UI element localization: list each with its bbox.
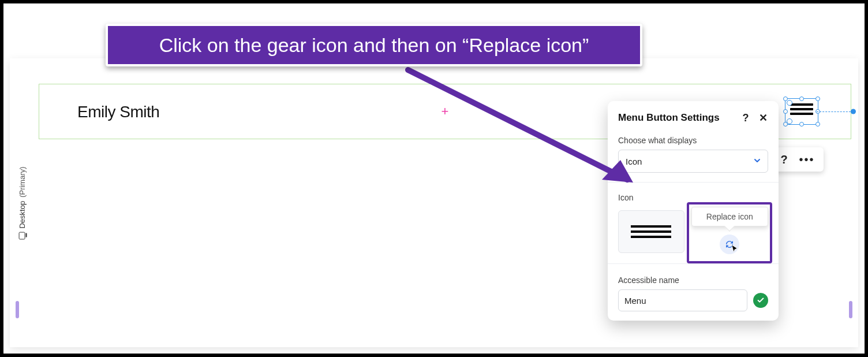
panel-help-icon[interactable]: ? bbox=[739, 112, 752, 124]
viewport-device-label: Desktop bbox=[18, 200, 27, 228]
element-actions-toolbar: ? ••• bbox=[772, 147, 824, 172]
cursor-icon bbox=[730, 244, 740, 254]
add-element-plus-icon[interactable]: + bbox=[442, 104, 449, 119]
replace-icon-button[interactable] bbox=[720, 235, 739, 254]
current-icon-preview[interactable] bbox=[618, 210, 684, 253]
instruction-callout: Click on the gear icon and then on “Repl… bbox=[106, 24, 642, 66]
icon-section-label: Icon bbox=[618, 193, 768, 202]
replace-icon-tooltip: Replace icon bbox=[691, 207, 768, 226]
replace-icon-tooltip-text: Replace icon bbox=[706, 212, 753, 221]
instruction-callout-text: Click on the gear icon and then on “Repl… bbox=[159, 34, 589, 57]
toolbar-help-icon[interactable]: ? bbox=[780, 153, 787, 166]
viewport-mode-label: (Primary) bbox=[18, 166, 27, 197]
choose-display-label: Choose what displays bbox=[618, 136, 768, 145]
viewport-sidebar[interactable]: Desktop (Primary) bbox=[10, 58, 34, 347]
validation-ok-badge bbox=[753, 293, 768, 308]
site-title-text[interactable]: Emily Smith bbox=[77, 103, 159, 121]
panel-close-icon[interactable]: ✕ bbox=[757, 111, 769, 124]
check-icon bbox=[757, 296, 765, 304]
accessible-name-label: Accessible name bbox=[618, 276, 768, 285]
editor-canvas: Desktop (Primary) Emily Smith + ? ••• bbox=[10, 58, 858, 347]
panel-title: Menu Button Settings bbox=[618, 112, 735, 124]
menu-button-settings-panel: Menu Button Settings ? ✕ Choose what dis… bbox=[608, 101, 779, 321]
app-frame: Click on the gear icon and then on “Repl… bbox=[3, 3, 865, 354]
toolbar-more-icon[interactable]: ••• bbox=[799, 153, 815, 166]
selected-menu-button-element[interactable] bbox=[787, 100, 817, 123]
canvas-left-handle[interactable] bbox=[16, 301, 19, 318]
canvas-right-handle[interactable] bbox=[849, 301, 852, 318]
hamburger-menu-icon bbox=[631, 222, 671, 241]
desktop-icon bbox=[19, 232, 25, 239]
accessible-name-input[interactable] bbox=[618, 289, 747, 311]
display-mode-value: Icon bbox=[626, 157, 642, 166]
display-mode-select[interactable]: Icon bbox=[618, 150, 768, 173]
chevron-down-icon bbox=[754, 157, 761, 166]
